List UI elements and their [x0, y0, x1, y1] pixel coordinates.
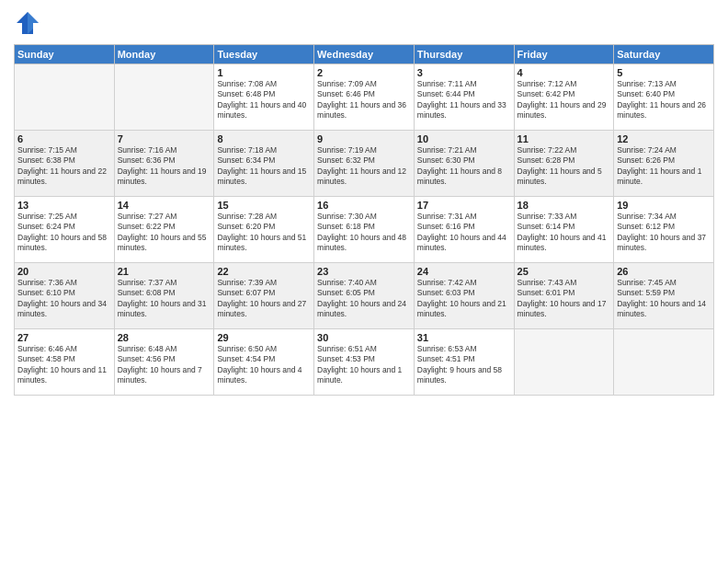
header-day-friday: Friday	[514, 45, 614, 64]
calendar-cell: 18Sunrise: 7:33 AM Sunset: 6:14 PM Dayli…	[514, 197, 614, 263]
day-info: Sunrise: 7:30 AM Sunset: 6:18 PM Dayligh…	[317, 212, 411, 254]
day-info: Sunrise: 7:18 AM Sunset: 6:34 PM Dayligh…	[217, 145, 311, 188]
day-info: Sunrise: 7:21 AM Sunset: 6:30 PM Dayligh…	[417, 145, 511, 188]
day-number: 2	[317, 67, 411, 78]
week-row-4: 20Sunrise: 7:36 AM Sunset: 6:10 PM Dayli…	[15, 263, 714, 329]
calendar-cell: 29Sunrise: 6:50 AM Sunset: 4:54 PM Dayli…	[214, 329, 314, 396]
calendar-cell: 2Sunrise: 7:09 AM Sunset: 6:46 PM Daylig…	[314, 64, 415, 131]
calendar-table: SundayMondayTuesdayWednesdayThursdayFrid…	[14, 44, 714, 396]
day-number: 4	[518, 67, 611, 78]
header-day-tuesday: Tuesday	[214, 45, 314, 64]
calendar-cell: 16Sunrise: 7:30 AM Sunset: 6:18 PM Dayli…	[314, 197, 415, 263]
day-number: 29	[217, 332, 311, 343]
header-day-sunday: Sunday	[15, 45, 115, 64]
day-number: 1	[217, 67, 311, 78]
day-number: 6	[17, 133, 111, 144]
header-day-wednesday: Wednesday	[314, 45, 415, 64]
day-info: Sunrise: 7:16 AM Sunset: 6:36 PM Dayligh…	[118, 145, 211, 188]
calendar-cell: 27Sunrise: 6:46 AM Sunset: 4:58 PM Dayli…	[15, 329, 115, 396]
calendar-cell: 14Sunrise: 7:27 AM Sunset: 6:22 PM Dayli…	[114, 197, 214, 263]
day-info: Sunrise: 7:33 AM Sunset: 6:14 PM Dayligh…	[518, 212, 611, 254]
day-info: Sunrise: 7:25 AM Sunset: 6:24 PM Dayligh…	[17, 212, 111, 254]
day-info: Sunrise: 7:08 AM Sunset: 6:48 PM Dayligh…	[217, 79, 311, 121]
day-number: 15	[217, 200, 311, 211]
day-number: 25	[518, 266, 611, 277]
day-info: Sunrise: 7:19 AM Sunset: 6:32 PM Dayligh…	[317, 145, 411, 188]
calendar-cell: 3Sunrise: 7:11 AM Sunset: 6:44 PM Daylig…	[414, 64, 514, 131]
calendar-cell: 20Sunrise: 7:36 AM Sunset: 6:10 PM Dayli…	[15, 263, 115, 329]
week-row-3: 13Sunrise: 7:25 AM Sunset: 6:24 PM Dayli…	[15, 197, 714, 263]
day-info: Sunrise: 7:28 AM Sunset: 6:20 PM Dayligh…	[217, 212, 311, 254]
header-day-saturday: Saturday	[614, 45, 714, 64]
day-number: 23	[317, 266, 411, 277]
calendar-cell: 24Sunrise: 7:42 AM Sunset: 6:03 PM Dayli…	[414, 263, 514, 329]
calendar-cell: 30Sunrise: 6:51 AM Sunset: 4:53 PM Dayli…	[314, 329, 415, 396]
day-number: 12	[617, 133, 711, 144]
calendar-cell: 9Sunrise: 7:19 AM Sunset: 6:32 PM Daylig…	[314, 131, 415, 197]
calendar-cell: 19Sunrise: 7:34 AM Sunset: 6:12 PM Dayli…	[614, 197, 714, 263]
day-number: 17	[417, 200, 511, 211]
calendar-cell	[15, 64, 115, 131]
day-info: Sunrise: 7:09 AM Sunset: 6:46 PM Dayligh…	[317, 79, 411, 121]
day-number: 8	[217, 133, 311, 144]
week-row-2: 6Sunrise: 7:15 AM Sunset: 6:38 PM Daylig…	[15, 131, 714, 197]
calendar-cell: 23Sunrise: 7:40 AM Sunset: 6:05 PM Dayli…	[314, 263, 415, 329]
day-info: Sunrise: 7:12 AM Sunset: 6:42 PM Dayligh…	[518, 79, 611, 121]
day-number: 5	[617, 67, 711, 78]
day-info: Sunrise: 6:48 AM Sunset: 4:56 PM Dayligh…	[118, 344, 211, 386]
day-info: Sunrise: 6:46 AM Sunset: 4:58 PM Dayligh…	[17, 344, 111, 386]
day-number: 9	[317, 133, 411, 144]
day-info: Sunrise: 6:50 AM Sunset: 4:54 PM Dayligh…	[217, 344, 311, 386]
week-row-5: 27Sunrise: 6:46 AM Sunset: 4:58 PM Dayli…	[15, 329, 714, 396]
day-number: 18	[518, 200, 611, 211]
day-number: 27	[17, 332, 111, 343]
calendar-cell: 13Sunrise: 7:25 AM Sunset: 6:24 PM Dayli…	[15, 197, 115, 263]
calendar-cell: 1Sunrise: 7:08 AM Sunset: 6:48 PM Daylig…	[214, 64, 314, 131]
day-number: 16	[317, 200, 411, 211]
logo	[14, 9, 45, 37]
day-info: Sunrise: 7:27 AM Sunset: 6:22 PM Dayligh…	[118, 212, 211, 254]
day-info: Sunrise: 7:13 AM Sunset: 6:40 PM Dayligh…	[617, 79, 711, 121]
day-info: Sunrise: 7:11 AM Sunset: 6:44 PM Dayligh…	[417, 79, 511, 121]
calendar-cell: 28Sunrise: 6:48 AM Sunset: 4:56 PM Dayli…	[114, 329, 214, 396]
calendar-cell: 31Sunrise: 6:53 AM Sunset: 4:51 PM Dayli…	[414, 329, 514, 396]
calendar-cell: 25Sunrise: 7:43 AM Sunset: 6:01 PM Dayli…	[514, 263, 614, 329]
header-day-thursday: Thursday	[414, 45, 514, 64]
calendar-cell: 6Sunrise: 7:15 AM Sunset: 6:38 PM Daylig…	[15, 131, 115, 197]
day-number: 7	[118, 133, 211, 144]
day-number: 14	[118, 200, 211, 211]
week-row-1: 1Sunrise: 7:08 AM Sunset: 6:48 PM Daylig…	[15, 64, 714, 131]
day-info: Sunrise: 7:42 AM Sunset: 6:03 PM Dayligh…	[417, 278, 511, 320]
day-number: 26	[617, 266, 711, 277]
calendar-cell: 17Sunrise: 7:31 AM Sunset: 6:16 PM Dayli…	[414, 197, 514, 263]
day-number: 3	[417, 67, 511, 78]
day-info: Sunrise: 6:51 AM Sunset: 4:53 PM Dayligh…	[317, 344, 411, 386]
calendar-cell	[514, 329, 614, 396]
day-info: Sunrise: 7:45 AM Sunset: 5:59 PM Dayligh…	[617, 278, 711, 320]
calendar-cell: 15Sunrise: 7:28 AM Sunset: 6:20 PM Dayli…	[214, 197, 314, 263]
calendar-cell: 22Sunrise: 7:39 AM Sunset: 6:07 PM Dayli…	[214, 263, 314, 329]
day-info: Sunrise: 7:22 AM Sunset: 6:28 PM Dayligh…	[518, 145, 611, 188]
calendar-page: SundayMondayTuesdayWednesdayThursdayFrid…	[0, 0, 728, 563]
day-number: 19	[617, 200, 711, 211]
day-number: 13	[17, 200, 111, 211]
day-info: Sunrise: 7:39 AM Sunset: 6:07 PM Dayligh…	[217, 278, 311, 320]
day-number: 22	[217, 266, 311, 277]
calendar-cell: 8Sunrise: 7:18 AM Sunset: 6:34 PM Daylig…	[214, 131, 314, 197]
day-number: 21	[118, 266, 211, 277]
day-info: Sunrise: 7:36 AM Sunset: 6:10 PM Dayligh…	[17, 278, 111, 320]
calendar-cell: 7Sunrise: 7:16 AM Sunset: 6:36 PM Daylig…	[114, 131, 214, 197]
day-info: Sunrise: 6:53 AM Sunset: 4:51 PM Dayligh…	[417, 344, 511, 386]
calendar-cell: 26Sunrise: 7:45 AM Sunset: 5:59 PM Dayli…	[614, 263, 714, 329]
header-day-monday: Monday	[114, 45, 214, 64]
day-info: Sunrise: 7:43 AM Sunset: 6:01 PM Dayligh…	[518, 278, 611, 320]
day-info: Sunrise: 7:15 AM Sunset: 6:38 PM Dayligh…	[17, 145, 111, 188]
calendar-cell: 10Sunrise: 7:21 AM Sunset: 6:30 PM Dayli…	[414, 131, 514, 197]
calendar-cell: 21Sunrise: 7:37 AM Sunset: 6:08 PM Dayli…	[114, 263, 214, 329]
calendar-cell: 11Sunrise: 7:22 AM Sunset: 6:28 PM Dayli…	[514, 131, 614, 197]
header-row: SundayMondayTuesdayWednesdayThursdayFrid…	[15, 45, 714, 64]
calendar-cell: 5Sunrise: 7:13 AM Sunset: 6:40 PM Daylig…	[614, 64, 714, 131]
day-info: Sunrise: 7:31 AM Sunset: 6:16 PM Dayligh…	[417, 212, 511, 254]
calendar-cell	[614, 329, 714, 396]
day-number: 31	[417, 332, 511, 343]
